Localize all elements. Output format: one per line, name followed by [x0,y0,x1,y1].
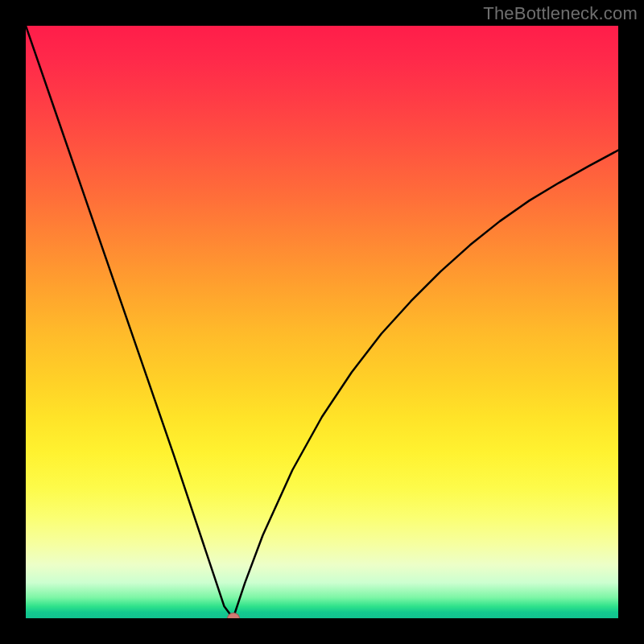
bottleneck-curve [26,26,618,618]
optimum-marker [227,613,240,618]
chart-stage: TheBottleneck.com [0,0,644,644]
watermark-text: TheBottleneck.com [483,3,638,24]
plot-area [26,26,618,618]
